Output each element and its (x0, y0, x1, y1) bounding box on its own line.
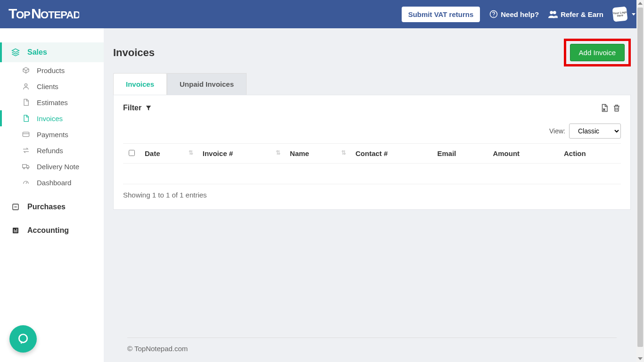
select-all-checkbox[interactable] (129, 150, 135, 156)
file-icon (22, 98, 30, 107)
layers-icon (11, 48, 20, 57)
col-action: Action (559, 144, 621, 164)
col-date[interactable]: Date⇅ (140, 144, 198, 164)
sidebar-item-products[interactable]: Products (0, 62, 104, 78)
page-title: Invoices (113, 47, 155, 59)
delete-icon[interactable] (612, 104, 621, 112)
tab-invoices[interactable]: Invoices (113, 73, 167, 95)
showing-text: Showing 1 to 1 of 1 entries (123, 191, 621, 199)
svg-point-6 (550, 11, 553, 14)
chevron-down-icon (632, 13, 636, 16)
truck-icon (22, 162, 30, 171)
minus-square-icon (11, 203, 20, 211)
svg-rect-20 (15, 230, 16, 232)
filter-icon (145, 105, 152, 111)
col-name[interactable]: Name⇅ (285, 144, 351, 164)
svg-rect-10 (23, 132, 29, 136)
invoices-table: Date⇅ Invoice #⇅ Name⇅ Contact # Email A… (123, 143, 621, 184)
svg-rect-21 (17, 229, 17, 232)
sidebar-item-estimates[interactable]: Estimates (0, 94, 104, 110)
chat-widget-button[interactable] (9, 325, 37, 353)
svg-rect-19 (14, 229, 15, 232)
scroll-thumb[interactable] (637, 8, 643, 347)
sidebar-item-refunds[interactable]: Refunds (0, 142, 104, 158)
need-help-link[interactable]: Need help? (489, 10, 539, 18)
exchange-icon (22, 146, 30, 155)
sidebar-section-accounting[interactable]: Accounting (0, 221, 104, 240)
svg-point-14 (27, 168, 29, 169)
refer-earn-link[interactable]: Refer & Earn (548, 10, 603, 18)
svg-text:N: N (31, 6, 41, 21)
svg-point-7 (553, 11, 556, 14)
content-card: Filter x View: Classic (113, 95, 631, 210)
svg-text:OTEPAD: OTEPAD (41, 9, 79, 21)
sidebar: Sales Products Clients Estimates Invoice… (0, 28, 104, 362)
user-icon (22, 82, 30, 90)
add-invoice-highlight: Add Invoice (564, 39, 631, 66)
sidebar-section-purchases[interactable]: Purchases (0, 197, 104, 217)
cube-icon (22, 66, 30, 74)
svg-marker-8 (12, 49, 19, 53)
scroll-down-arrow[interactable] (638, 357, 643, 360)
table-row (123, 164, 621, 184)
invoice-icon (22, 114, 30, 123)
svg-point-5 (494, 16, 495, 16)
sidebar-item-dashboard[interactable]: Dashboard (0, 174, 104, 190)
svg-text:OP: OP (16, 9, 30, 21)
users-icon (548, 10, 558, 18)
gauge-icon (22, 178, 30, 187)
view-select[interactable]: Classic (569, 123, 621, 139)
sidebar-item-payments[interactable]: Payments (0, 126, 104, 142)
sort-icon: ⇅ (276, 149, 281, 156)
sidebar-item-invoices[interactable]: Invoices (0, 110, 104, 126)
add-invoice-button[interactable]: Add Invoice (570, 44, 625, 61)
chart-icon (11, 226, 20, 235)
svg-point-26 (19, 334, 27, 342)
svg-rect-12 (23, 165, 27, 168)
svg-text:x: x (603, 108, 605, 111)
sidebar-section-sales[interactable]: Sales (0, 42, 104, 62)
sort-icon: ⇅ (341, 149, 346, 156)
view-label: View: (549, 127, 565, 135)
account-menu[interactable]: Your Logo Here (613, 7, 636, 21)
svg-point-9 (25, 84, 27, 86)
svg-line-15 (26, 182, 27, 184)
submit-vat-button[interactable]: Submit VAT returns (402, 7, 480, 22)
logo-placeholder-badge: Your Logo Here (612, 7, 628, 22)
scroll-up-arrow[interactable] (638, 2, 643, 5)
help-icon (489, 10, 498, 18)
svg-point-13 (24, 168, 25, 169)
filter-toggle[interactable]: Filter (123, 104, 152, 112)
col-invoice-number[interactable]: Invoice #⇅ (198, 144, 285, 164)
tabs: Invoices Unpaid Invoices (113, 73, 631, 95)
brand-logo[interactable]: T OP N OTEPAD (8, 6, 79, 22)
tab-unpaid-invoices[interactable]: Unpaid Invoices (167, 73, 247, 95)
topbar: T OP N OTEPAD Submit VAT returns Need he… (0, 0, 644, 28)
col-email: Email (433, 144, 488, 164)
sidebar-item-clients[interactable]: Clients (0, 78, 104, 94)
svg-marker-22 (146, 106, 151, 110)
col-contact: Contact # (351, 144, 433, 164)
scrollbar[interactable] (636, 0, 644, 362)
card-icon (22, 130, 30, 139)
sort-icon: ⇅ (189, 149, 193, 156)
footer: © TopNotepad.com (113, 328, 631, 362)
export-excel-icon[interactable]: x (600, 104, 609, 112)
col-amount: Amount (488, 144, 559, 164)
sidebar-item-delivery-note[interactable]: Delivery Note (0, 158, 104, 174)
